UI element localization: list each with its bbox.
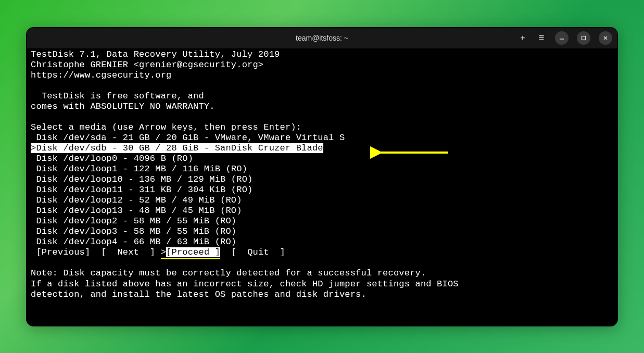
disk-item[interactable]: Disk /dev/loop11 - 311 KB / 304 KiB (RO) [31,185,252,195]
intro-line-2: comes with ABSOLUTELY NO WARRANTY. [31,102,215,111]
note-line-2: If a disk listed above has an incorrect … [31,279,459,289]
disk-item[interactable]: Disk /dev/loop1 - 122 MB / 116 MiB (RO) [31,164,247,174]
disk-item[interactable]: Disk /dev/loop2 - 58 MB / 55 MiB (RO) [31,216,236,226]
intro-line-1: TestDisk is free software, and [31,91,204,101]
window-title: team@itsfoss: ~ [296,34,348,42]
disk-item[interactable]: Disk /dev/sda - 21 GB / 20 GiB - VMware,… [31,133,345,143]
menu-button[interactable]: ≡ [536,33,547,43]
disk-item[interactable]: Disk /dev/loop13 - 48 MB / 45 MiB (RO) [31,206,242,216]
header-line-3: https://www.cgsecurity.org [31,70,171,80]
disk-item[interactable]: Disk /dev/loop10 - 136 MB / 129 MiB (RO) [31,174,252,184]
header-line-1: TestDisk 7.1, Data Recovery Utility, Jul… [31,49,280,59]
arrow-annotation-icon [370,145,453,160]
header-line-2: Christophe GRENIER <grenier@cgsecurity.o… [31,60,263,70]
titlebar: team@itsfoss: ~ + ≡ [27,28,617,48]
minimize-button[interactable] [555,31,569,45]
disk-item[interactable]: Disk /dev/loop0 - 4096 B (RO) [31,154,193,163]
title-controls: + ≡ [517,31,612,45]
disk-item[interactable]: Disk /dev/loop3 - 58 MB / 55 MiB (RO) [31,226,236,236]
terminal-body[interactable]: TestDisk 7.1, Data Recovery Utility, Jul… [27,48,617,326]
next-button[interactable]: [ Next ] [101,247,155,257]
disk-item-selected[interactable]: >Disk /dev/sdb - 30 GB / 28 GiB - SanDis… [31,143,323,153]
quit-button[interactable]: [ Quit ] [231,247,285,257]
note-line-3: detection, and install the latest OS pat… [31,289,367,299]
maximize-button[interactable] [577,31,590,45]
disk-item[interactable]: Disk /dev/loop12 - 52 MB / 49 MiB (RO) [31,195,242,205]
disk-item[interactable]: Disk /dev/loop4 - 66 MB / 63 MiB (RO) [31,237,236,247]
svg-rect-1 [582,36,586,40]
proceed-button[interactable]: [Proceed ] [166,247,220,257]
new-tab-button[interactable]: + [517,33,528,43]
select-prompt: Select a media (use Arrow keys, then pre… [31,122,301,132]
close-button[interactable] [599,31,612,45]
note-line-1: Note: Disk capacity must be correctly de… [31,268,426,278]
previous-button[interactable]: [Previous] [36,247,90,257]
terminal-window: team@itsfoss: ~ + ≡ TestDisk 7.1, Data R… [26,27,618,326]
